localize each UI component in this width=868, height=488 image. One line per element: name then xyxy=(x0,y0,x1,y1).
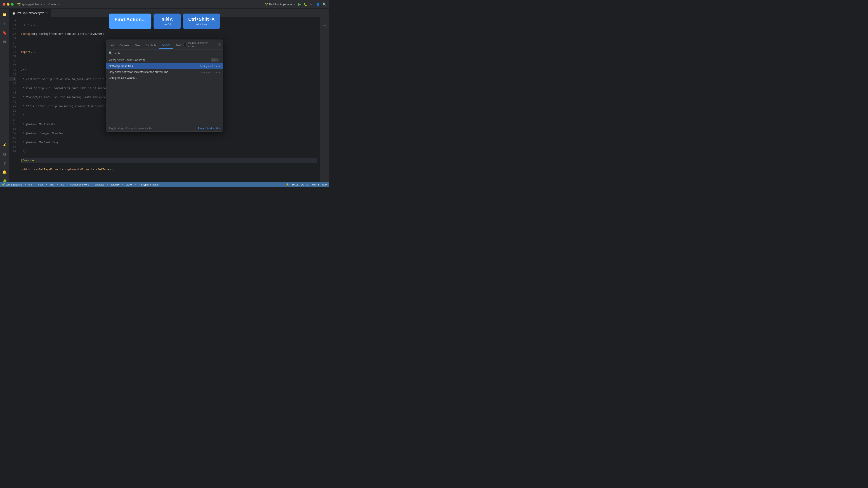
right-panel-more[interactable]: — xyxy=(321,22,329,30)
structure-icon[interactable]: ⊞ xyxy=(0,37,8,46)
include-disabled-info-icon: ⓘ xyxy=(218,43,221,47)
activity-bar: 📁 ⑂ 🔖 ⊞ ⋯ ⚡ ⊟ ◫ 🔔 🧩 xyxy=(0,8,9,187)
search-icon[interactable]: 🔍 xyxy=(322,2,327,6)
status-sep1: › xyxy=(25,183,26,186)
result-item-configure[interactable]: Configure Soft Wraps... xyxy=(106,75,223,81)
popup-tab-text[interactable]: Text xyxy=(173,42,184,48)
status-main[interactable]: main xyxy=(38,183,43,186)
tab-pet-type-formatter[interactable]: ☕ PetTypeFormatter.java ✕ xyxy=(9,9,51,17)
titlebar: 🌱 spring-petclinic ▾ › ⎇ main ▾ 🌱 PetCli… xyxy=(0,0,329,8)
include-disabled-label: Include disabled actions xyxy=(188,41,216,48)
result-item-softwrap-files[interactable]: Softwrap these files: Settings > General xyxy=(106,63,223,69)
minimize-button[interactable] xyxy=(7,3,9,6)
status-vcs-icon: ⎇ xyxy=(301,183,304,186)
result-toggle-off: OFF xyxy=(211,58,219,62)
close-button[interactable] xyxy=(3,3,5,6)
status-sep5: › xyxy=(67,183,68,186)
line-numbers: ▶ 16 18 26 27 28 29 30 31 32 33 34 35 36… xyxy=(9,17,18,187)
status-project[interactable]: 🌱 spring-petclinic xyxy=(2,183,22,186)
search-magnifier-icon: 🔍 xyxy=(109,51,113,55)
right-panel-line1: — xyxy=(321,31,329,39)
right-git-icon[interactable]: ✓ xyxy=(321,9,329,18)
status-bar: 🌱 spring-petclinic › src › main › java ›… xyxy=(0,182,329,187)
more-icon[interactable]: ⋯ xyxy=(0,46,8,55)
status-git-lock-icon: 🔒 xyxy=(286,183,289,186)
status-sep2: › xyxy=(35,183,35,186)
titlebar-right: 🌱 PetClinicApplication ▾ ▶ 🐛 ⋯ 👤 🔍 xyxy=(265,2,327,6)
actions-popup: All Classes Files Symbols Actions Text I… xyxy=(106,39,223,132)
run-button[interactable]: ▶ xyxy=(298,2,301,6)
account-icon[interactable]: 👤 xyxy=(316,2,320,6)
problems-icon[interactable]: ⚡ xyxy=(0,141,8,149)
status-springframework[interactable]: springframework xyxy=(70,183,89,186)
popup-results: View | Active Editor: Soft-Wrap OFF Soft… xyxy=(106,57,223,125)
tab-close-button[interactable]: ✕ xyxy=(46,11,48,14)
status-org[interactable]: org xyxy=(61,183,64,186)
debug-button[interactable]: 🐛 xyxy=(304,2,307,6)
services-icon[interactable]: ◫ xyxy=(0,159,8,167)
footer-text: Toggle using soft wraps in current edito… xyxy=(109,127,153,130)
traffic-lights xyxy=(3,3,13,6)
status-owner[interactable]: owner xyxy=(126,183,132,186)
branch-selector[interactable]: ⎇ main ▾ xyxy=(48,3,59,6)
popup-tab-symbols[interactable]: Symbols xyxy=(143,42,159,48)
popup-search-area: 🔍 xyxy=(106,50,223,57)
status-sep8: › xyxy=(122,183,123,186)
assign-shortcut-link[interactable]: Assign Shortcut ⌘⏎ xyxy=(198,127,220,130)
vcs-icon[interactable]: ⑂ xyxy=(0,20,8,28)
result-item-only-show[interactable]: Only show soft-wrap indicators for the c… xyxy=(106,69,223,75)
right-panel: ✓ — — — xyxy=(320,8,329,187)
more-actions-button[interactable]: ⋯ xyxy=(310,2,313,6)
status-src[interactable]: src xyxy=(29,183,32,186)
notifications-icon[interactable]: 🔔 xyxy=(0,168,8,176)
highlight-soft: Soft xyxy=(109,65,114,68)
status-indent[interactable]: Tab+ xyxy=(322,183,327,186)
win-shortcut-button[interactable]: Ctrl+Shift+A Win/Linux xyxy=(183,13,220,29)
status-position[interactable]: 36:11 xyxy=(292,183,298,186)
bookmarks-icon[interactable]: 🔖 xyxy=(0,29,8,37)
maximize-button[interactable] xyxy=(11,3,13,6)
folder-icon[interactable]: 📁 xyxy=(0,10,8,19)
find-action-button[interactable]: Find Action... xyxy=(109,13,151,29)
status-java[interactable]: java xyxy=(50,183,54,186)
mac-shortcut-button[interactable]: ⇧⌘A macOS xyxy=(153,13,181,29)
popup-tab-classes[interactable]: Classes xyxy=(117,42,132,48)
status-sep7: › xyxy=(107,183,108,186)
terminal-icon[interactable]: ⊟ xyxy=(0,150,8,158)
popup-search-input[interactable] xyxy=(114,52,220,55)
status-bar-right: 🔒 36:11 ⎇ LF UTF-8 Tab+ xyxy=(286,183,327,186)
status-class[interactable]: PetTypeFormatter xyxy=(139,183,159,186)
popup-tab-files[interactable]: Files xyxy=(132,42,143,48)
result-item-view-soft-wrap[interactable]: View | Active Editor: Soft-Wrap OFF xyxy=(106,57,223,63)
status-samples[interactable]: samples xyxy=(95,183,104,186)
activity-bar-bottom: ⚡ ⊟ ◫ 🔔 🧩 xyxy=(0,141,8,185)
popup-tab-actions[interactable]: Actions xyxy=(159,42,173,48)
find-action-overlay: Find Action... ⇧⌘A macOS Ctrl+Shift+A Wi… xyxy=(109,13,220,29)
status-petclinic2[interactable]: petclinic xyxy=(111,183,120,186)
popup-tabs: All Classes Files Symbols Actions Text I… xyxy=(106,40,223,50)
status-sep6: › xyxy=(92,183,92,186)
project-name[interactable]: 🌱 spring-petclinic ▾ xyxy=(17,2,42,6)
status-sep9: › xyxy=(135,183,136,186)
popup-tab-all[interactable]: All xyxy=(108,42,117,48)
popup-footer: Toggle using soft wraps in current edito… xyxy=(106,125,223,131)
include-disabled-checkbox[interactable] xyxy=(184,43,187,46)
status-sep3: › xyxy=(46,183,47,186)
status-line-ending[interactable]: LF xyxy=(307,183,309,186)
scrollbar[interactable] xyxy=(317,17,320,187)
status-encoding[interactable]: UTF-8 xyxy=(312,183,319,186)
java-file-icon: ☕ xyxy=(12,11,16,15)
status-sep4: › xyxy=(57,183,58,186)
include-disabled-checkbox-area[interactable]: Include disabled actions ⓘ xyxy=(184,41,221,49)
